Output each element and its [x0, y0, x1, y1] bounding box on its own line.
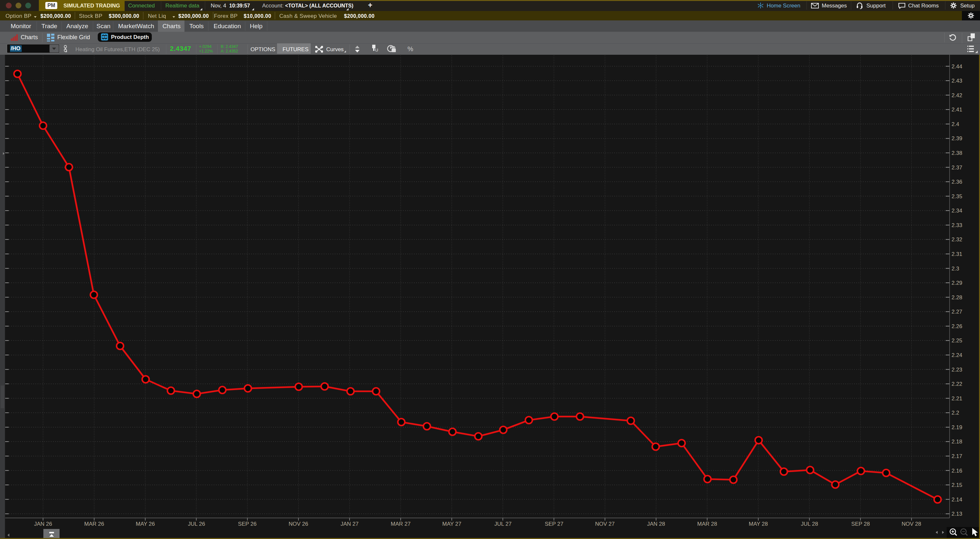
svg-text:2.31: 2.31 — [951, 251, 962, 257]
svg-text:2.42: 2.42 — [951, 92, 962, 99]
svg-text:JAN 26: JAN 26 — [34, 521, 52, 527]
svg-text:2.38: 2.38 — [951, 150, 962, 156]
svg-text:2.27: 2.27 — [951, 309, 962, 315]
svg-text:2.28: 2.28 — [951, 295, 962, 301]
svg-text:2.23: 2.23 — [951, 367, 962, 373]
svg-text:U: U — [375, 48, 378, 53]
svg-text:NOV 26: NOV 26 — [289, 521, 308, 527]
svg-text:2.29: 2.29 — [951, 280, 962, 286]
svg-text:JAN 28: JAN 28 — [647, 521, 665, 527]
svg-text:NOV 28: NOV 28 — [902, 521, 921, 527]
svg-text:2.26: 2.26 — [951, 323, 962, 329]
svg-text:MAY 28: MAY 28 — [749, 521, 768, 527]
svg-text:2.18: 2.18 — [951, 439, 962, 445]
svg-text:MAY 27: MAY 27 — [442, 521, 461, 527]
svg-text:2.35: 2.35 — [951, 193, 962, 199]
svg-text:2.16: 2.16 — [951, 468, 962, 474]
svg-text:2.14: 2.14 — [951, 497, 962, 503]
svg-text:MAR 27: MAR 27 — [391, 521, 410, 527]
svg-text:2.2: 2.2 — [951, 410, 959, 416]
svg-text:2.15: 2.15 — [951, 482, 962, 488]
svg-text:MAR 26: MAR 26 — [84, 521, 104, 527]
svg-text:2.22: 2.22 — [951, 381, 962, 387]
svg-text:2.43: 2.43 — [951, 78, 962, 84]
svg-text:2.13: 2.13 — [951, 511, 962, 517]
svg-text:JAN 27: JAN 27 — [340, 521, 359, 527]
svg-text:SEP 28: SEP 28 — [851, 521, 870, 527]
svg-text:2.33: 2.33 — [951, 222, 962, 228]
svg-text:2.4: 2.4 — [951, 121, 959, 127]
svg-text:JUL 26: JUL 26 — [188, 521, 205, 527]
svg-text:JUL 28: JUL 28 — [801, 521, 818, 527]
svg-text:2.37: 2.37 — [951, 164, 962, 171]
svg-text:2.19: 2.19 — [951, 424, 962, 431]
svg-text:SEP 27: SEP 27 — [545, 521, 563, 527]
svg-text:SEP 26: SEP 26 — [238, 521, 256, 527]
svg-text:2.44: 2.44 — [951, 64, 962, 70]
svg-text:2.32: 2.32 — [951, 236, 962, 242]
svg-text:2.36: 2.36 — [951, 179, 962, 185]
svg-text:2.39: 2.39 — [951, 136, 962, 142]
svg-text:MAY 26: MAY 26 — [136, 521, 155, 527]
svg-text:2.41: 2.41 — [951, 107, 962, 113]
svg-text:JUL 27: JUL 27 — [494, 521, 511, 527]
svg-text:2.34: 2.34 — [951, 207, 962, 214]
svg-text:2.21: 2.21 — [951, 395, 962, 402]
svg-text:2.24: 2.24 — [951, 352, 962, 358]
svg-text:NOV 27: NOV 27 — [595, 521, 615, 527]
svg-text:2.25: 2.25 — [951, 338, 962, 344]
svg-text:MAR 28: MAR 28 — [697, 521, 717, 527]
svg-text:2.3: 2.3 — [951, 266, 959, 272]
svg-text:2.17: 2.17 — [951, 453, 962, 459]
